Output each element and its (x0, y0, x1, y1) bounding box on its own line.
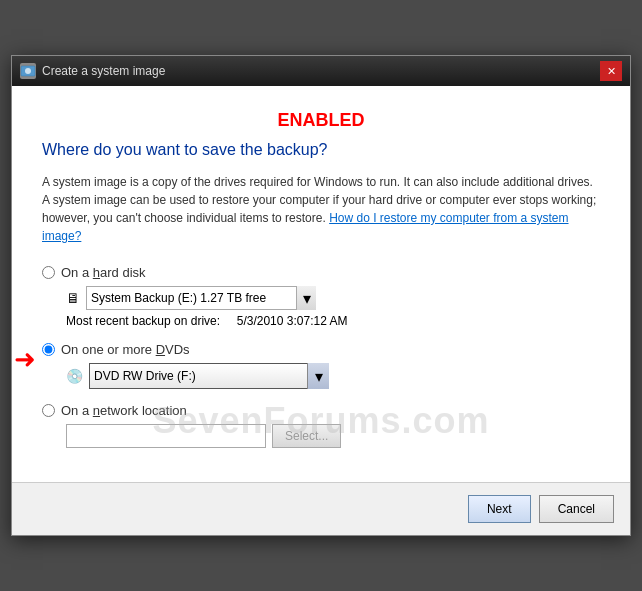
backup-date-label: Most recent backup on drive: (66, 314, 220, 328)
next-button[interactable]: Next (468, 495, 531, 523)
dvd-drive-icon: 💿 (66, 368, 83, 384)
hard-disk-select[interactable]: System Backup (E:) 1.27 TB free (86, 286, 316, 310)
hard-disk-select-wrapper: System Backup (E:) 1.27 TB free ▾ (86, 286, 316, 310)
enabled-badge: ENABLED (42, 110, 600, 131)
window-icon (20, 63, 36, 79)
network-path-input[interactable] (66, 424, 266, 448)
description-text: A system image is a copy of the drives r… (42, 173, 600, 245)
title-bar-left: Create a system image (20, 63, 165, 79)
dvd-arrow-indicator: ➜ (14, 344, 36, 375)
backup-info: Most recent backup on drive: 5/3/2010 3:… (66, 314, 600, 328)
network-input-row: Select... (66, 424, 600, 448)
hard-disk-label[interactable]: On a hard disk (61, 265, 146, 280)
cancel-button[interactable]: Cancel (539, 495, 614, 523)
dvd-label[interactable]: On one or more DVDs (61, 342, 190, 357)
network-label[interactable]: On a network location (61, 403, 187, 418)
dvd-select-wrapper: DVD RW Drive (F:) ▾ (89, 363, 329, 389)
close-button[interactable]: ✕ (600, 61, 622, 81)
backup-date-value: 5/3/2010 3:07:12 AM (237, 314, 348, 328)
network-radio[interactable] (42, 404, 55, 417)
hard-disk-dropdown-row: 🖥 System Backup (E:) 1.27 TB free ▾ (66, 286, 600, 310)
network-radio-row: On a network location (42, 403, 600, 418)
dvd-dropdown-row: 💿 DVD RW Drive (F:) ▾ (66, 363, 600, 389)
svg-point-1 (25, 68, 31, 74)
title-bar: Create a system image ✕ (12, 56, 630, 86)
hard-disk-radio-row: On a hard disk (42, 265, 600, 280)
window-title: Create a system image (42, 64, 165, 78)
dvd-select[interactable]: DVD RW Drive (F:) (89, 363, 329, 389)
dvd-radio[interactable] (42, 343, 55, 356)
main-window: Create a system image ✕ ENABLED Where do… (11, 55, 631, 536)
hard-disk-radio[interactable] (42, 266, 55, 279)
dialog-content: ENABLED Where do you want to save the ba… (12, 86, 630, 482)
network-select-button[interactable]: Select... (272, 424, 341, 448)
hd-drive-icon: 🖥 (66, 290, 80, 306)
page-title: Where do you want to save the backup? (42, 141, 600, 159)
network-option: On a network location Select... (42, 403, 600, 448)
title-bar-buttons: ✕ (600, 61, 622, 81)
dvd-option: ➜ On one or more DVDs 💿 DVD RW Drive (F:… (42, 342, 600, 389)
hard-disk-option: On a hard disk 🖥 System Backup (E:) 1.27… (42, 265, 600, 328)
dvd-radio-row: On one or more DVDs (42, 342, 600, 357)
dialog-footer: Next Cancel (12, 482, 630, 535)
